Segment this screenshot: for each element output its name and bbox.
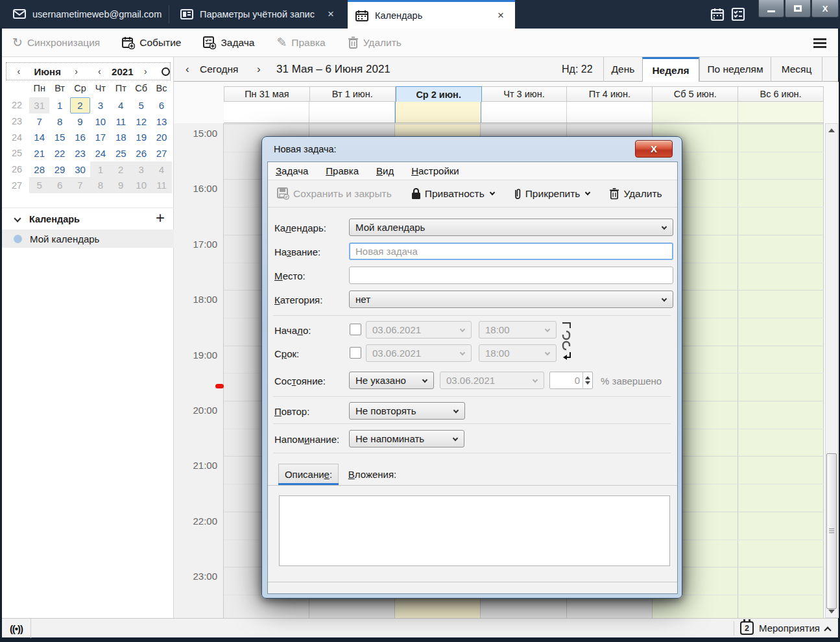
- minimize-button[interactable]: [758, 0, 784, 18]
- events-widget[interactable]: 2 Мероприятия: [740, 621, 830, 635]
- minical-day[interactable]: 1: [90, 161, 110, 178]
- menu-view[interactable]: Вид: [376, 165, 394, 176]
- privacy-dropdown[interactable]: Приватность: [411, 187, 494, 200]
- minical-day[interactable]: 9: [111, 177, 131, 193]
- maximize-button[interactable]: [785, 0, 811, 18]
- minical-day[interactable]: 19: [131, 129, 151, 145]
- minical-day[interactable]: 29: [49, 161, 69, 178]
- new-task-button[interactable]: Задача: [203, 36, 254, 49]
- spinner-arrows-icon[interactable]: [582, 372, 592, 388]
- all-day-cell[interactable]: [738, 102, 824, 123]
- title-input[interactable]: [349, 243, 673, 260]
- minical-day[interactable]: 31: [29, 97, 49, 113]
- day-header[interactable]: Пн 31 мая: [224, 87, 310, 101]
- day-header[interactable]: Чт 3 июн.: [482, 87, 568, 101]
- minical-day[interactable]: 25: [111, 145, 131, 161]
- minical-day[interactable]: 6: [49, 177, 69, 193]
- minical-day[interactable]: 10: [90, 113, 110, 130]
- dialog-delete-button[interactable]: Удалить: [609, 187, 662, 200]
- minical-day[interactable]: 17: [90, 129, 110, 145]
- minical-day-selected[interactable]: 2: [70, 97, 90, 113]
- minical-day[interactable]: 13: [151, 113, 171, 130]
- tab-attachments[interactable]: Вложения:: [339, 464, 406, 484]
- minical-day[interactable]: 23: [70, 145, 90, 161]
- minical-today-button[interactable]: [162, 67, 170, 76]
- minical-day[interactable]: 11: [111, 113, 131, 130]
- minical-day[interactable]: 3: [131, 161, 151, 178]
- percent-complete-spinner[interactable]: 0: [549, 372, 593, 389]
- all-day-cell[interactable]: [653, 102, 738, 123]
- tab-close-icon[interactable]: ×: [324, 8, 337, 21]
- vertical-scrollbar[interactable]: [825, 123, 838, 618]
- minical-day[interactable]: 3: [90, 97, 110, 113]
- app-menu-button[interactable]: [813, 38, 826, 50]
- attach-dropdown[interactable]: Прикрепить: [514, 187, 590, 200]
- minical-day[interactable]: 16: [70, 129, 90, 145]
- today-button[interactable]: Сегодня: [200, 64, 238, 75]
- view-multiweek-button[interactable]: По неделям: [699, 57, 771, 82]
- minical-day[interactable]: 2: [111, 161, 131, 178]
- tab-description[interactable]: Описание:: [278, 464, 339, 484]
- tab-close-icon[interactable]: ×: [494, 9, 507, 22]
- menu-options[interactable]: Настройки: [411, 165, 459, 176]
- day-header[interactable]: Ср 2 июн.: [396, 86, 482, 103]
- minical-day[interactable]: 7: [70, 177, 90, 193]
- minical-day[interactable]: 11: [151, 177, 171, 193]
- calendar-mini-icon[interactable]: [710, 6, 725, 22]
- next-week-button[interactable]: ›: [257, 63, 261, 76]
- minical-day[interactable]: 7: [29, 113, 49, 130]
- all-day-cell[interactable]: [224, 102, 309, 123]
- radio-status-icon[interactable]: ((•)): [2, 619, 31, 638]
- day-column[interactable]: [738, 123, 824, 618]
- minical-day[interactable]: 24: [90, 145, 110, 161]
- tab-mail-account[interactable]: usernametimeweb@gmail.com: [5, 0, 165, 29]
- due-date-select[interactable]: 03.06.2021: [366, 344, 472, 362]
- view-week-button[interactable]: Неделя: [642, 57, 699, 82]
- minical-day[interactable]: 5: [29, 177, 49, 193]
- all-day-cell[interactable]: [481, 102, 567, 123]
- minical-day[interactable]: 6: [151, 97, 171, 113]
- day-header[interactable]: Сб 5 июн.: [653, 87, 738, 101]
- minical-day[interactable]: 1: [49, 97, 69, 113]
- minical-day[interactable]: 4: [151, 161, 171, 178]
- minical-day[interactable]: 18: [111, 129, 131, 145]
- menu-task[interactable]: Задача: [276, 165, 308, 176]
- minical-prev-year[interactable]: ‹: [91, 66, 108, 77]
- calendar-select[interactable]: Мой календарь: [349, 219, 673, 236]
- new-event-button[interactable]: Событие: [122, 36, 181, 49]
- prev-week-button[interactable]: ‹: [186, 63, 189, 76]
- dialog-close-button[interactable]: X: [635, 140, 673, 158]
- view-month-button[interactable]: Месяц: [771, 57, 822, 82]
- minical-prev-month[interactable]: ‹: [10, 66, 27, 77]
- minical-next-year[interactable]: ›: [137, 66, 154, 77]
- minical-day[interactable]: 12: [131, 113, 151, 130]
- minical-day[interactable]: 8: [90, 177, 110, 193]
- minical-day[interactable]: 10: [131, 177, 151, 193]
- location-input[interactable]: [349, 267, 673, 284]
- minical-day[interactable]: 26: [131, 145, 151, 161]
- all-day-cell[interactable]: [309, 102, 395, 123]
- menu-edit[interactable]: Правка: [326, 165, 359, 176]
- repeat-select[interactable]: Не повторять: [349, 402, 465, 420]
- day-header[interactable]: Вт 1 июн.: [310, 87, 396, 101]
- description-textarea[interactable]: [279, 495, 670, 566]
- start-date-select[interactable]: 03.06.2021: [366, 321, 472, 339]
- sync-button[interactable]: ↻ Синхронизация: [12, 36, 100, 49]
- minical-day[interactable]: 20: [151, 129, 171, 145]
- start-time-select[interactable]: 18:00: [479, 321, 557, 339]
- day-header[interactable]: Пт 4 июн.: [567, 87, 653, 101]
- minical-day[interactable]: 22: [49, 145, 69, 161]
- due-time-select[interactable]: 18:00: [479, 344, 557, 362]
- tab-calendar[interactable]: Календарь ×: [348, 0, 515, 29]
- minical-day[interactable]: 30: [70, 161, 90, 178]
- minical-day[interactable]: 15: [49, 129, 69, 145]
- minical-day[interactable]: 8: [49, 113, 69, 130]
- minical-day[interactable]: 4: [111, 97, 131, 113]
- all-day-cell[interactable]: [395, 102, 481, 123]
- view-day-button[interactable]: День: [603, 57, 642, 82]
- scrollbar-thumb[interactable]: [826, 453, 837, 609]
- day-header[interactable]: Вс 6 июн.: [738, 87, 823, 101]
- all-day-cell[interactable]: [567, 102, 653, 123]
- close-button[interactable]: X: [811, 0, 839, 18]
- category-select[interactable]: нет: [349, 291, 673, 308]
